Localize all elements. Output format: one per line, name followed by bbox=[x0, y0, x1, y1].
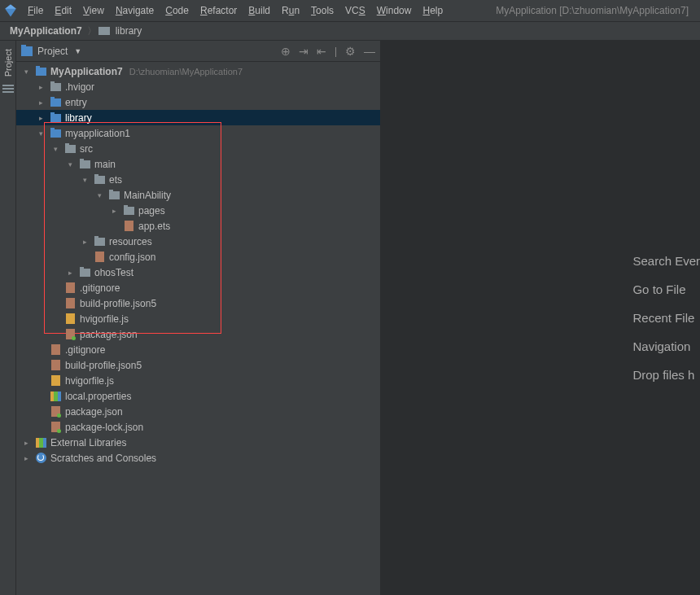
folder-icon bbox=[50, 83, 61, 91]
tree-file-buildprofile-root[interactable]: build-profile.json5 bbox=[16, 357, 380, 373]
chevron-right-icon[interactable]: ▸ bbox=[21, 453, 31, 463]
tree-folder-library[interactable]: ▸ library bbox=[16, 110, 380, 125]
tree-label: ohosTest bbox=[94, 267, 133, 278]
tree-folder-ets[interactable]: ▾ ets bbox=[16, 172, 380, 187]
tree-file-packagejson[interactable]: package.json bbox=[16, 326, 380, 342]
menu-vcs[interactable]: VCS bbox=[340, 2, 370, 19]
tree-file-configjson[interactable]: config.json bbox=[16, 249, 380, 265]
chevron-right-icon[interactable]: ▸ bbox=[36, 98, 46, 107]
npm-icon bbox=[51, 406, 60, 417]
menu-code[interactable]: Code bbox=[160, 2, 194, 19]
chevron-right-icon[interactable]: ▸ bbox=[65, 268, 75, 278]
chevron-right-icon: 〉 bbox=[87, 24, 97, 38]
folder-icon bbox=[124, 207, 134, 215]
tree-file-buildprofile[interactable]: build-profile.json5 bbox=[16, 295, 380, 311]
menu-help[interactable]: Help bbox=[418, 2, 448, 19]
tree-label: .gitignore bbox=[80, 282, 120, 294]
chevron-down-icon[interactable]: ▾ bbox=[94, 190, 104, 200]
gear-icon[interactable]: ⚙ bbox=[345, 45, 356, 58]
app-logo-icon bbox=[3, 3, 18, 18]
tree-label: hvigorfile.js bbox=[65, 375, 114, 387]
editor-area: Search Ever Go to File Recent File Navig… bbox=[381, 41, 700, 595]
tree-root[interactable]: ▾ MyApplication7 D:\zhuomian\MyApplicati… bbox=[16, 63, 380, 79]
project-panel: Project ▼ ⊕ ⇥ ⇤ | ⚙ — ▾ MyApplication7 D… bbox=[16, 41, 381, 595]
tree-folder-hvigor[interactable]: ▸ .hvigor bbox=[16, 79, 380, 94]
tree-file-appets[interactable]: app.ets bbox=[16, 218, 380, 234]
folder-icon bbox=[65, 145, 76, 153]
tree-file-packagejson-root[interactable]: package.json bbox=[16, 404, 380, 419]
chevron-down-icon[interactable]: ▾ bbox=[65, 160, 75, 169]
menu-edit[interactable]: Edit bbox=[50, 2, 77, 19]
chevron-right-icon[interactable]: ▸ bbox=[36, 82, 46, 92]
folder-icon bbox=[98, 27, 110, 35]
tree-folder-main[interactable]: ▾ main bbox=[16, 156, 380, 172]
tree-file-packagelock-root[interactable]: package-lock.json bbox=[16, 419, 380, 435]
json-icon bbox=[95, 252, 104, 262]
tree-file-gitignore-root[interactable]: .gitignore bbox=[16, 342, 380, 357]
menu-run[interactable]: Run bbox=[277, 2, 304, 19]
menu-items: File Edit View Navigate Code Refactor Bu… bbox=[23, 2, 448, 19]
menu-window[interactable]: Window bbox=[372, 2, 417, 19]
chevron-right-icon[interactable]: ▸ bbox=[21, 438, 31, 448]
tree-file-hvigorfile-root[interactable]: hvigorfile.js bbox=[16, 373, 380, 388]
breadcrumb-root[interactable]: MyApplication7 bbox=[7, 25, 85, 37]
breadcrumb: MyApplication7 〉 library bbox=[0, 21, 700, 41]
tree-file-gitignore[interactable]: .gitignore bbox=[16, 280, 380, 295]
tree-folder-ohostest[interactable]: ▸ ohosTest bbox=[16, 265, 380, 280]
tree-folder-pages[interactable]: ▸ pages bbox=[16, 203, 380, 218]
expand-all-icon[interactable]: ⇥ bbox=[299, 45, 308, 58]
tree-label: package-lock.json bbox=[65, 422, 143, 433]
chevron-right-icon[interactable]: ▸ bbox=[80, 237, 90, 247]
collapse-all-icon[interactable]: ⇤ bbox=[317, 45, 326, 58]
tree-external-libraries[interactable]: ▸ External Libraries bbox=[16, 435, 380, 450]
hint-goto: Go to File bbox=[632, 282, 700, 296]
tree-label: library bbox=[65, 112, 92, 124]
main-area: Project Project ▼ ⊕ ⇥ ⇤ | ⚙ — ▾ MyAppl bbox=[0, 41, 700, 595]
chevron-down-icon[interactable]: ▾ bbox=[50, 144, 60, 154]
tree-label: ets bbox=[109, 174, 122, 186]
tree-label: build-profile.json5 bbox=[65, 360, 142, 371]
tree-folder-entry[interactable]: ▸ entry bbox=[16, 94, 380, 110]
breadcrumb-item[interactable]: library bbox=[112, 25, 146, 37]
tree-folder-mainability[interactable]: ▾ MainAbility bbox=[16, 187, 380, 203]
tree-file-localprops[interactable]: local.properties bbox=[16, 388, 380, 404]
chevron-right-icon[interactable]: ▸ bbox=[36, 113, 46, 123]
tree-folder-myapplication1[interactable]: ▾ myapplication1 bbox=[16, 125, 380, 141]
npm-icon bbox=[66, 329, 75, 339]
tree-path: D:\zhuomian\MyApplication7 bbox=[129, 67, 243, 77]
chevron-down-icon[interactable]: ▾ bbox=[36, 129, 46, 138]
tree-scratches[interactable]: ▸ Scratches and Consoles bbox=[16, 450, 380, 466]
hide-icon[interactable]: — bbox=[364, 45, 375, 58]
chevron-right-icon[interactable]: ▸ bbox=[109, 206, 119, 216]
chevron-down-icon[interactable]: ▾ bbox=[80, 175, 90, 185]
file-icon bbox=[66, 282, 75, 293]
menu-tools[interactable]: Tools bbox=[306, 2, 339, 19]
left-tab-project[interactable]: Project bbox=[2, 44, 15, 81]
menu-refactor[interactable]: Refactor bbox=[195, 2, 242, 19]
tree-label: External Libraries bbox=[50, 437, 126, 448]
folder-icon bbox=[109, 191, 120, 199]
tree-file-hvigorfile[interactable]: hvigorfile.js bbox=[16, 311, 380, 326]
tree-label: config.json bbox=[109, 252, 155, 263]
dropdown-icon[interactable]: ▼ bbox=[74, 47, 81, 55]
project-tree[interactable]: ▾ MyApplication7 D:\zhuomian\MyApplicati… bbox=[16, 62, 380, 595]
scratch-icon bbox=[36, 453, 46, 463]
panel-title[interactable]: Project bbox=[37, 46, 68, 57]
json-icon bbox=[66, 298, 75, 308]
menu-view[interactable]: View bbox=[78, 2, 109, 19]
tree-folder-resources[interactable]: ▸ resources bbox=[16, 234, 380, 249]
menu-file[interactable]: File bbox=[23, 2, 48, 19]
js-icon bbox=[66, 313, 75, 324]
hint-drop: Drop files h bbox=[632, 368, 700, 382]
tree-folder-src[interactable]: ▾ src bbox=[16, 141, 380, 156]
tree-label: hvigorfile.js bbox=[80, 313, 129, 325]
menu-navigate[interactable]: Navigate bbox=[111, 2, 159, 19]
menu-build[interactable]: Build bbox=[243, 2, 275, 19]
locate-icon[interactable]: ⊕ bbox=[281, 45, 291, 58]
chevron-down-icon[interactable]: ▾ bbox=[21, 67, 31, 77]
hint-recent: Recent File bbox=[632, 311, 700, 325]
welcome-hints: Search Ever Go to File Recent File Navig… bbox=[632, 254, 700, 382]
folder-icon bbox=[94, 176, 105, 184]
left-tool-strip[interactable]: Project bbox=[0, 41, 16, 595]
hint-search: Search Ever bbox=[632, 254, 700, 268]
